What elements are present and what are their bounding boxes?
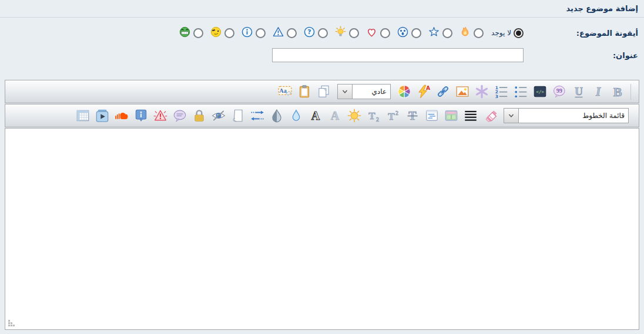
icon-option-shocked[interactable] — [397, 26, 421, 41]
asterisk-button[interactable] — [474, 83, 490, 100]
radio-lightbulb[interactable] — [349, 28, 359, 38]
topic-icon-row: أيقونة الموضوع: لا يوجد — [0, 21, 644, 45]
heart-icon — [365, 26, 378, 41]
svg-text:A: A — [311, 109, 320, 122]
speech-bubble-button[interactable] — [172, 107, 188, 124]
icon-option-info[interactable] — [241, 26, 266, 41]
icon-option-grin[interactable] — [179, 26, 203, 41]
warning-button[interactable] — [152, 107, 169, 124]
chevron-down-icon[interactable] — [504, 109, 519, 123]
ordered-list-button[interactable]: 123 — [493, 83, 509, 100]
code-block-button[interactable]: </> — [532, 83, 548, 100]
topic-icon-options: لا يوجد — [179, 26, 524, 41]
size-dropdown[interactable]: عادي — [337, 84, 391, 99]
quick-format-button[interactable]: A — [415, 83, 432, 100]
svg-text:A: A — [426, 85, 431, 91]
highlighter-button[interactable] — [482, 107, 498, 124]
radio-warning[interactable] — [287, 28, 297, 38]
shadow-button[interactable] — [269, 107, 285, 124]
icon-option-warning[interactable] — [272, 26, 297, 41]
warning-triangle-icon — [272, 26, 284, 41]
radio-info[interactable] — [256, 28, 266, 38]
font-dropdown-value[interactable]: قائمة الخطوط — [519, 109, 628, 123]
lock-button[interactable] — [191, 107, 207, 124]
wink-smiley-icon — [210, 26, 222, 41]
svg-text:99: 99 — [556, 87, 562, 94]
title-label: عنوان: — [524, 51, 644, 60]
text-color-button[interactable] — [288, 107, 304, 124]
icon-option-wink[interactable] — [210, 26, 234, 41]
copy-button[interactable] — [316, 83, 332, 100]
text-direction-button[interactable] — [249, 107, 266, 124]
justify-button[interactable] — [462, 107, 479, 124]
strikethrough-button[interactable]: T — [404, 107, 421, 124]
icon-option-heart[interactable] — [365, 26, 390, 41]
svg-text:T: T — [368, 110, 375, 122]
layout-table-button[interactable] — [443, 107, 459, 124]
lightbulb-icon — [334, 26, 347, 41]
radio-fire[interactable] — [474, 28, 484, 38]
paste-button[interactable] — [296, 83, 313, 100]
fire-icon — [459, 26, 471, 41]
svg-text:A: A — [331, 109, 340, 122]
icon-option-question[interactable]: ? — [303, 26, 328, 41]
superscript-button[interactable]: T2 — [385, 107, 401, 124]
radio-none[interactable] — [514, 28, 524, 38]
radio-star[interactable] — [442, 28, 452, 38]
icon-option-fire[interactable] — [459, 26, 484, 41]
radio-question[interactable] — [318, 28, 328, 38]
svg-text:B: B — [613, 85, 622, 99]
image-button[interactable] — [454, 83, 471, 100]
font-dropdown[interactable]: قائمة الخطوط — [504, 108, 629, 123]
question-mark-icon: ? — [303, 26, 316, 41]
radio-heart[interactable] — [380, 28, 390, 38]
radio-shocked[interactable] — [411, 28, 421, 38]
info-circle-icon — [241, 26, 253, 41]
video-button[interactable] — [94, 107, 110, 124]
svg-text:I: I — [595, 85, 601, 99]
toolbar-row-1: Aa عادي A 123 </> 99 U I B — [5, 80, 639, 103]
svg-text:Aa: Aa — [279, 87, 287, 94]
quote-button[interactable]: 99 — [551, 83, 568, 100]
paragraph-settings-button[interactable] — [424, 107, 440, 124]
glow-text-button[interactable]: A — [327, 107, 343, 124]
toolbar-separator — [630, 84, 631, 100]
hide-content-button[interactable] — [210, 107, 227, 124]
svg-text:2: 2 — [376, 116, 379, 123]
radio-wink[interactable] — [224, 28, 234, 38]
message-editor-box — [5, 128, 639, 330]
star-icon — [428, 26, 440, 41]
underline-button[interactable]: U — [571, 83, 587, 100]
svg-text:</>: </> — [536, 89, 544, 95]
toolbar-row-2: A A T2 T2 T قائمة الخطوط — [5, 104, 639, 127]
remove-format-button[interactable]: Aa — [277, 83, 293, 100]
icon-option-lightbulb[interactable] — [334, 26, 359, 41]
title-input[interactable] — [272, 48, 524, 62]
radio-grin[interactable] — [193, 28, 203, 38]
soundcloud-button[interactable] — [113, 107, 130, 124]
icon-option-none[interactable]: لا يوجد — [490, 28, 524, 38]
shocked-smiley-icon — [397, 26, 409, 41]
italic-button[interactable]: I — [590, 83, 606, 100]
svg-text:T: T — [388, 111, 395, 122]
chevron-down-icon[interactable] — [338, 85, 353, 99]
bold-button[interactable]: B — [609, 83, 626, 100]
topic-icon-label: أيقونة الموضوع: — [524, 29, 644, 38]
page-header: إضافة موضوع جديد — [0, 0, 644, 18]
message-editor[interactable] — [5, 129, 639, 329]
unordered-list-button[interactable] — [512, 83, 529, 100]
subscript-button[interactable]: T2 — [365, 107, 382, 124]
svg-text:U: U — [575, 85, 583, 97]
page-button[interactable] — [230, 107, 246, 124]
wysiwyg-editor: Aa عادي A 123 </> 99 U I B — [5, 80, 639, 330]
color-wheel-button[interactable] — [396, 83, 412, 100]
icon-option-star[interactable] — [428, 26, 452, 41]
table-button[interactable] — [75, 107, 91, 124]
svg-text:3: 3 — [495, 94, 498, 99]
outline-text-button[interactable]: A — [307, 107, 324, 124]
size-dropdown-value[interactable]: عادي — [353, 85, 390, 99]
link-button[interactable] — [435, 83, 451, 100]
sun-glow-button[interactable] — [346, 107, 363, 124]
info-tooltip-button[interactable] — [133, 107, 149, 124]
resize-grip[interactable] — [8, 319, 16, 326]
